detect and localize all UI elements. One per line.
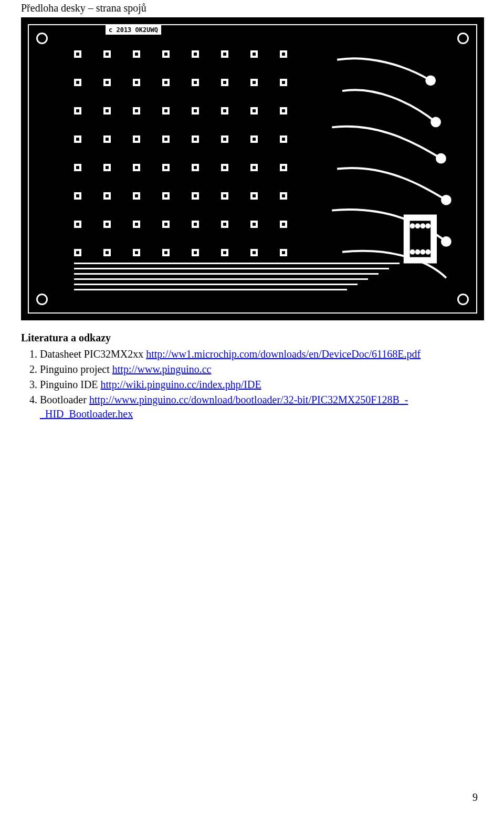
- mounting-hole-icon: [457, 294, 469, 305]
- pcb-copyright-label: c 2013 OK2UWQ: [106, 25, 161, 35]
- svg-point-4: [442, 237, 450, 246]
- svg-point-12: [416, 251, 419, 254]
- ref-prefix: Pinguino IDE: [40, 379, 101, 390]
- ref-link[interactable]: http://wiki.pinguino.cc/index.php/IDE: [101, 379, 261, 390]
- pcb-routing-icon: [326, 49, 457, 288]
- pad-grid: [74, 50, 287, 277]
- list-item: Pinguino project http://www.pinguino.cc: [40, 362, 483, 377]
- mounting-hole-icon: [36, 294, 48, 305]
- trace-icon: [74, 278, 368, 280]
- svg-point-3: [442, 196, 450, 204]
- trace-icon: [74, 289, 347, 290]
- ref-prefix: Datasheet PIC32MX2xx: [40, 348, 146, 360]
- pcb-section-title: Předloha desky – strana spojů: [21, 2, 483, 14]
- svg-point-9: [421, 224, 424, 227]
- svg-point-2: [437, 154, 445, 163]
- svg-point-1: [432, 118, 440, 127]
- mounting-hole-icon: [457, 33, 469, 44]
- svg-point-11: [411, 251, 414, 254]
- ref-link[interactable]: http://ww1.microchip.com/downloads/en/De…: [146, 348, 421, 360]
- svg-point-13: [421, 251, 424, 254]
- list-item: Bootloader http://www.pinguino.cc/downlo…: [40, 393, 483, 421]
- ref-link[interactable]: http://www.pinguino.cc: [112, 363, 212, 375]
- trace-icon: [74, 284, 358, 285]
- list-item: Datasheet PIC32MX2xx http://ww1.microchi…: [40, 347, 483, 361]
- references-list: Datasheet PIC32MX2xx http://ww1.microchi…: [37, 347, 483, 421]
- page-number: 9: [472, 791, 478, 803]
- list-item: Pinguino IDE http://wiki.pinguino.cc/ind…: [40, 378, 483, 392]
- ref-link[interactable]: http://www.pinguino.cc/download/bootload…: [40, 394, 408, 420]
- svg-point-10: [426, 224, 429, 227]
- svg-point-0: [426, 76, 435, 85]
- ref-prefix: Bootloader: [40, 394, 89, 405]
- svg-point-7: [411, 224, 414, 227]
- svg-point-14: [426, 251, 429, 254]
- mounting-hole-icon: [36, 33, 48, 44]
- pcb-artwork: c 2013 OK2UWQ: [21, 17, 484, 320]
- svg-point-8: [416, 224, 419, 227]
- references-heading: Literatura a odkazy: [21, 332, 483, 344]
- ref-prefix: Pinguino project: [40, 363, 112, 375]
